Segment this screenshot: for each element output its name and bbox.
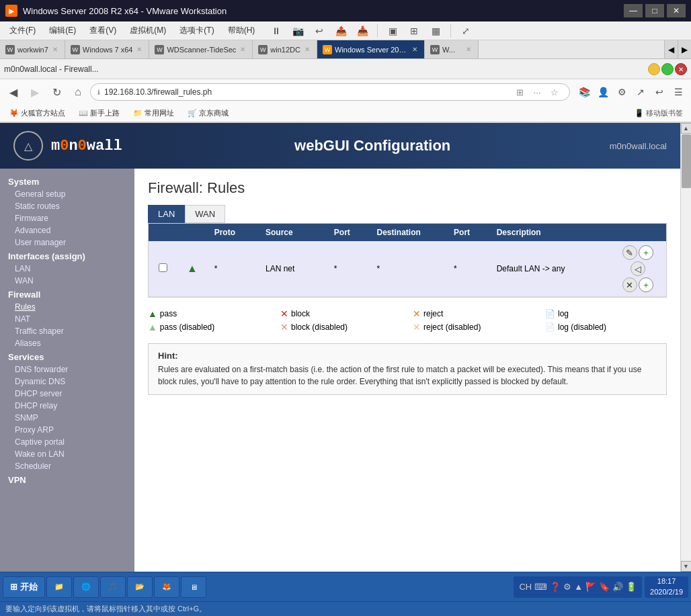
- tray-keyboard[interactable]: ⌨: [534, 582, 547, 592]
- vm-tab-close-wdscanner[interactable]: ✕: [240, 46, 245, 53]
- copy-button[interactable]: ◁: [631, 261, 645, 276]
- close-button[interactable]: ✕: [667, 4, 686, 17]
- menu-icon[interactable]: ☰: [669, 83, 687, 101]
- fullscreen-button[interactable]: ⤢: [456, 24, 475, 38]
- sidebar-section-firewall[interactable]: Firewall: [0, 287, 134, 301]
- bookmark-jd[interactable]: 🛒 京东商城: [182, 107, 234, 120]
- scroll-track[interactable]: [682, 134, 691, 560]
- taskbar-ie[interactable]: 🌐: [73, 576, 99, 598]
- vm-tab-prev[interactable]: ◀: [664, 40, 678, 59]
- extensions-icon[interactable]: 📚: [575, 83, 593, 101]
- vm-tab-other[interactable]: W W... ✕: [425, 40, 479, 59]
- menu-edit[interactable]: 编辑(E): [42, 24, 83, 38]
- address-bar[interactable]: ℹ 192.168.10.3/firewall_rules.ph ⊞ ··· ☆: [90, 83, 570, 101]
- add-button[interactable]: +: [639, 245, 653, 260]
- tray-up-arrow[interactable]: ▲: [574, 582, 583, 592]
- page-scroll[interactable]: △ m0n0wall webGUI Configuration m0n0wall…: [0, 123, 680, 572]
- vm-tab-close-win12dc[interactable]: ✕: [304, 46, 310, 53]
- browser-forward-button[interactable]: ▶: [26, 83, 44, 101]
- sidebar-item-snmp[interactable]: SNMP: [0, 412, 134, 424]
- pause-button[interactable]: ⏸: [267, 24, 286, 38]
- sidebar-item-dhcp-relay[interactable]: DHCP relay: [0, 400, 134, 412]
- vm-tab-close-win7x64[interactable]: ✕: [136, 46, 142, 53]
- menu-help[interactable]: 帮助(H): [221, 24, 262, 38]
- browser-home-button[interactable]: ⌂: [69, 83, 87, 101]
- taskbar-media[interactable]: 🎵: [100, 576, 126, 598]
- clock[interactable]: 18:17 2020/2/19: [645, 576, 688, 598]
- history-icon[interactable]: ↩: [651, 83, 668, 101]
- tray-network[interactable]: 🔊: [612, 582, 623, 592]
- sidebar-item-general-setup[interactable]: General setup: [0, 188, 134, 200]
- vm-tab-close-win2008[interactable]: ✕: [412, 46, 417, 53]
- sidebar-item-nat[interactable]: NAT: [0, 313, 134, 325]
- receive-button[interactable]: 📥: [353, 24, 372, 38]
- tab-lan[interactable]: LAN: [148, 205, 185, 223]
- vm-tab-win12dc[interactable]: W win12DC ✕: [253, 40, 317, 59]
- sidebar-item-lan[interactable]: LAN: [0, 263, 134, 275]
- sidebar-item-dynamic-dns[interactable]: Dynamic DNS: [0, 376, 134, 388]
- menu-tabs[interactable]: 选项卡(T): [173, 24, 220, 38]
- sidebar-item-user-manager[interactable]: User manager: [0, 236, 134, 249]
- taskbar-folder[interactable]: 📂: [127, 576, 153, 598]
- account-icon[interactable]: 👤: [594, 83, 612, 101]
- vm-tab-wdscanner[interactable]: W WDScanner-TideSec ✕: [149, 40, 253, 59]
- browser-close[interactable]: ✕: [675, 63, 687, 75]
- tray-help[interactable]: ❓: [550, 582, 561, 592]
- sidebar-section-interfaces[interactable]: Interfaces (assign): [0, 249, 134, 263]
- menu-vm[interactable]: 虚拟机(M): [123, 24, 173, 38]
- vm-tab-close-other[interactable]: ✕: [466, 46, 471, 53]
- sidebar-section-services[interactable]: Services: [0, 349, 134, 363]
- minimize-button[interactable]: —: [624, 4, 643, 17]
- share-icon[interactable]: ↗: [632, 83, 649, 101]
- sidebar-item-wake-on-lan[interactable]: Wake on LAN: [0, 448, 134, 460]
- tray-battery[interactable]: 🔋: [626, 582, 637, 592]
- tray-lang[interactable]: CH: [519, 582, 532, 592]
- sidebar-item-rules[interactable]: Rules: [0, 301, 134, 313]
- address-more-button[interactable]: ···: [529, 85, 545, 99]
- taskbar-terminal[interactable]: 🖥: [181, 576, 206, 598]
- sidebar-item-dns-forwarder[interactable]: DNS forwarder: [0, 363, 134, 376]
- snapshot-button[interactable]: 📷: [288, 24, 307, 38]
- sidebar-item-captive-portal[interactable]: Captive portal: [0, 436, 134, 448]
- scroll-thumb[interactable]: [682, 134, 691, 188]
- sidebar-item-wan[interactable]: WAN: [0, 275, 134, 287]
- address-bookmark-button[interactable]: ☆: [546, 85, 563, 99]
- send-button[interactable]: 📤: [331, 24, 350, 38]
- tray-flag[interactable]: 🚩: [585, 582, 596, 592]
- sidebar-item-proxy-arp[interactable]: Proxy ARP: [0, 424, 134, 436]
- view-grid[interactable]: ▦: [426, 24, 445, 38]
- view-single[interactable]: ▣: [383, 24, 402, 38]
- scroll-up-button[interactable]: ▲: [681, 123, 692, 134]
- mobile-bookmark[interactable]: 📱 移动版书签: [631, 107, 687, 120]
- edit-button[interactable]: ✎: [622, 245, 637, 260]
- sidebar-item-scheduler[interactable]: Scheduler: [0, 460, 134, 472]
- browser-back-button[interactable]: ◀: [4, 83, 23, 101]
- vm-tab-close-workwin7[interactable]: ✕: [52, 46, 58, 53]
- sidebar-section-system[interactable]: System: [0, 174, 134, 188]
- view-multi[interactable]: ⊞: [405, 24, 423, 38]
- sidebar-item-aliases[interactable]: Aliases: [0, 337, 134, 349]
- scrollbar[interactable]: ▲ ▼: [680, 123, 691, 572]
- tray-network-config[interactable]: ⚙: [563, 582, 571, 592]
- bookmark-common[interactable]: 📁 常用网址: [128, 107, 179, 120]
- taskbar-explorer[interactable]: 📁: [46, 576, 72, 598]
- bookmark-newbie[interactable]: 📖 新手上路: [73, 107, 125, 120]
- browser-maximize[interactable]: [661, 63, 674, 75]
- vm-tab-win7x64[interactable]: W Windows 7 x64 ✕: [65, 40, 150, 59]
- sidebar-item-traffic-shaper[interactable]: Traffic shaper: [0, 325, 134, 337]
- settings-icon[interactable]: ⚙: [613, 83, 631, 101]
- maximize-button[interactable]: □: [645, 4, 664, 17]
- menu-file[interactable]: 文件(F): [3, 24, 42, 38]
- taskbar-firefox[interactable]: 🦊: [154, 576, 179, 598]
- tab-wan[interactable]: WAN: [185, 205, 225, 223]
- browser-refresh-button[interactable]: ↻: [47, 83, 66, 101]
- vm-tab-win2008[interactable]: W Windows Server 2008 R2 x64 ✕: [317, 40, 425, 59]
- sidebar-item-firmware[interactable]: Firmware: [0, 212, 134, 224]
- delete-button[interactable]: ✕: [622, 277, 637, 292]
- tray-bookmark[interactable]: 🔖: [599, 582, 610, 592]
- sidebar-item-dhcp-server[interactable]: DHCP server: [0, 388, 134, 400]
- scroll-down-button[interactable]: ▼: [681, 561, 692, 572]
- start-button[interactable]: ⊞ 开始: [3, 576, 45, 598]
- sidebar-section-vpn[interactable]: VPN: [0, 472, 134, 486]
- address-qr-button[interactable]: ⊞: [512, 85, 528, 99]
